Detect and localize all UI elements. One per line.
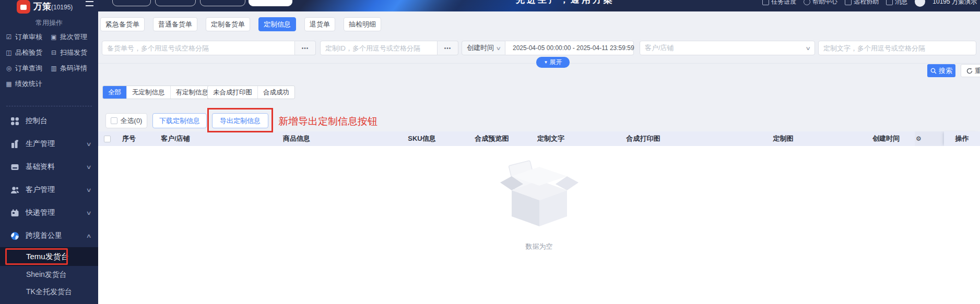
username[interactable]: 10195 万策演示 <box>932 0 977 6</box>
col-custom-image: 定制图 <box>709 134 857 143</box>
chevron-down-icon: ∨ <box>86 141 91 148</box>
stock-no-input[interactable] <box>102 41 295 55</box>
top-nav-button[interactable] <box>200 0 245 6</box>
sidebar-menu: 控制台 生产管理 ∨ 基础资料 ∨ 客户管理 ∨ 快递管理 ∨ <box>0 110 98 300</box>
custom-id-more-button[interactable]: ••• <box>438 41 458 55</box>
chevron-down-icon: ∨ <box>86 187 91 193</box>
messages-link[interactable]: 消息 <box>886 0 907 6</box>
header-checkbox-cell <box>98 136 116 142</box>
quick-item-batch-manage[interactable]: ▣批次管理 <box>50 31 95 42</box>
col-settings: ⚙ <box>915 131 944 146</box>
export-custom-info-button[interactable]: 导出定制信息 <box>212 113 268 128</box>
custom-text-input[interactable] <box>818 41 976 55</box>
production-icon <box>10 140 19 149</box>
status-tab-group-1: 全部 无定制信息 有定制信息 <box>102 86 214 99</box>
date-range-value: 2025-04-05 00:00:00 - 2025-04-11 23:59:5… <box>513 44 634 52</box>
sidebar-item-production[interactable]: 生产管理 ∨ <box>0 132 98 155</box>
sidebar-item-shein-console[interactable]: Shein发货台 <box>0 266 98 283</box>
performance-stats-icon: ▦ <box>5 80 13 88</box>
select-all-button[interactable]: 全选(0) <box>105 113 147 128</box>
quick-item-barcode-detail[interactable]: ▥条码详情 <box>50 63 95 74</box>
quick-ops-title: 常用操作 <box>0 18 98 28</box>
col-create-time: 创建时间 <box>857 134 915 143</box>
top-nav-button[interactable] <box>112 0 151 6</box>
quick-ops-grid: ☑订单审核 ▣批次管理 ◫品检验货 ⊟扫描发货 ◎订单查询 ▥条码详情 ▦绩效统… <box>5 31 95 89</box>
batch-manage-icon: ▣ <box>50 33 57 41</box>
main-content: 紧急备货单 普通备货单 定制备货单 定制信息 退货单 抽检明细 ••• ••• … <box>98 11 980 304</box>
scan-ship-icon: ⊟ <box>50 49 57 56</box>
header-checkbox[interactable] <box>104 136 111 142</box>
globe-icon <box>10 232 19 240</box>
annotation-text: 新增导出定制信息按钮 <box>278 115 377 128</box>
tab-urgent-stock[interactable]: 紧急备货单 <box>100 17 145 31</box>
quick-item-order-query[interactable]: ◎订单查询 <box>5 63 50 74</box>
quick-item-qc-inspect[interactable]: ◫品检验货 <box>5 47 50 58</box>
empty-box-illustration <box>500 153 578 237</box>
top-nav-button[interactable] <box>155 0 196 6</box>
task-progress-link[interactable]: 任务进度 <box>762 0 796 6</box>
reset-button[interactable]: 重置 <box>961 64 980 77</box>
custom-id-input[interactable] <box>320 41 438 55</box>
status-tab-not-synthesized[interactable]: 未合成打印图 <box>208 86 257 99</box>
quick-item-scan-ship[interactable]: ⊟扫描发货 <box>50 47 95 58</box>
tab-custom-stock[interactable]: 定制备货单 <box>206 17 250 31</box>
express-icon <box>10 209 19 217</box>
order-audit-icon: ☑ <box>5 33 13 41</box>
col-sku-info: SKU信息 <box>384 134 459 143</box>
module-tabs: 紧急备货单 普通备货单 定制备货单 定制信息 退货单 抽检明细 <box>100 17 381 31</box>
qc-inspect-icon: ◫ <box>5 49 13 56</box>
app-window: 万策(10195) 常用操作 ☑订单审核 ▣批次管理 ◫品检验货 ⊟扫描发货 ◎… <box>0 0 980 304</box>
quick-item-order-audit[interactable]: ☑订单审核 <box>5 31 50 42</box>
sidebar: 万策(10195) 常用操作 ☑订单审核 ▣批次管理 ◫品检验货 ⊟扫描发货 ◎… <box>0 0 98 304</box>
status-tab-group-2: 未合成打印图 合成成功 <box>207 86 295 99</box>
status-tab-synthesized[interactable]: 合成成功 <box>257 86 294 99</box>
status-tab-all[interactable]: 全部 <box>103 86 126 99</box>
menu-collapse-icon[interactable] <box>86 0 93 6</box>
order-query-icon: ◎ <box>5 65 13 72</box>
top-nav-button-active[interactable] <box>249 0 292 6</box>
sidebar-item-cross-border[interactable]: 跨境首公里 ∧ <box>0 224 98 247</box>
help-icon <box>804 0 810 5</box>
customer-shop-select[interactable]: 客户/店铺 ∨ <box>640 41 815 55</box>
stock-no-more-button[interactable]: ••• <box>295 41 316 55</box>
sidebar-item-customer[interactable]: 客户管理 ∨ <box>0 178 98 201</box>
sidebar-divider <box>6 106 92 106</box>
sidebar-item-console[interactable]: 控制台 <box>0 110 98 132</box>
expand-filters-button[interactable]: ▼ 展开 <box>536 57 570 68</box>
barcode-detail-icon: ▥ <box>50 65 57 72</box>
customer-icon <box>10 186 19 194</box>
gear-icon[interactable]: ⚙ <box>916 135 922 142</box>
help-center-link[interactable]: 帮助中心 <box>804 0 837 6</box>
col-print-image: 合成打印图 <box>577 134 709 143</box>
chevron-down-icon: ∨ <box>495 45 501 51</box>
caret-down-icon: ▼ <box>544 60 548 65</box>
download-custom-info-button[interactable]: 下载定制信息 <box>152 113 207 128</box>
refresh-icon <box>966 68 973 74</box>
quick-item-performance-stats[interactable]: ▦绩效统计 <box>5 78 50 89</box>
select-all-checkbox[interactable] <box>111 117 117 124</box>
remote-assist-link[interactable]: 远程协助 <box>845 0 879 6</box>
tab-normal-stock[interactable]: 普通备货单 <box>153 17 197 31</box>
remote-assist-icon <box>845 0 852 5</box>
chevron-down-icon: ∨ <box>805 45 811 51</box>
message-icon <box>886 0 893 5</box>
search-button[interactable]: 搜索 <box>927 64 955 77</box>
sidebar-item-express[interactable]: 快递管理 ∨ <box>0 201 98 224</box>
chevron-down-icon: ∨ <box>86 164 91 171</box>
date-range-input[interactable]: 2025-04-05 00:00:00 - 2025-04-11 23:59:5… <box>505 41 634 55</box>
col-actions: 操作 <box>944 131 980 146</box>
tab-sampling-detail[interactable]: 抽检明细 <box>344 17 381 31</box>
sidebar-item-base-data[interactable]: 基础资料 ∨ <box>0 155 98 178</box>
col-product-info: 商品信息 <box>209 134 384 143</box>
tab-return-order[interactable]: 退货单 <box>304 17 335 31</box>
app-logo-icon <box>17 0 30 14</box>
chevron-down-icon: ∨ <box>86 210 91 216</box>
sidebar-item-tk-console[interactable]: TK全托发货台 <box>0 283 98 300</box>
status-tab-no-custom-info[interactable]: 无定制信息 <box>126 86 170 99</box>
sidebar-item-temu-console[interactable]: Temu发货台 <box>0 247 98 266</box>
col-index: 序号 <box>116 134 142 143</box>
time-field-select[interactable]: 创建时间 ∨ <box>462 41 505 55</box>
ellipsis-icon: ••• <box>302 45 309 51</box>
tab-custom-info[interactable]: 定制信息 <box>258 17 296 31</box>
avatar[interactable] <box>915 0 925 7</box>
